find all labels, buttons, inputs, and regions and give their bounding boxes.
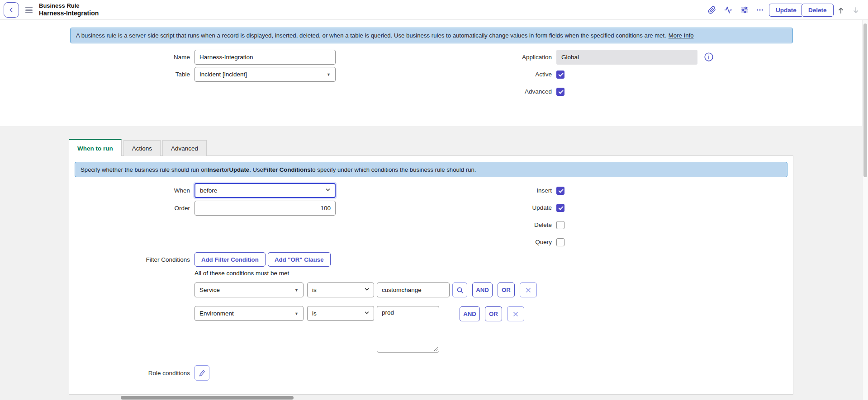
query-checkbox[interactable] [556,238,564,246]
condition-2-delete-button[interactable] [507,306,524,321]
vertical-scrollbar-thumb[interactable] [863,24,867,177]
order-input[interactable] [194,201,336,216]
delete-label: Delete [443,221,552,228]
paperclip-icon [708,6,716,14]
when-select-value: before [200,187,217,194]
table-select-value: Incident [incident] [199,71,247,78]
when-select[interactable]: before [194,183,336,198]
tab-actions[interactable]: Actions [123,140,161,156]
condition-2-or-button[interactable]: OR [485,306,502,321]
when-to-run-info-banner: Specify whether the business rule should… [75,162,787,177]
dropdown-triangle-icon: ▼ [294,311,299,316]
pencil-icon [199,370,205,376]
condition-1-operator-value: is [312,287,317,293]
condition-2-value-textarea[interactable]: prod [377,306,439,353]
sliders-icon [740,6,749,14]
advanced-checkbox[interactable] [556,88,564,96]
update-checkbox[interactable] [556,204,564,212]
name-input[interactable] [194,50,336,65]
back-button[interactable] [4,2,19,18]
tab-when-to-run[interactable]: When to run [69,139,122,156]
table-select[interactable]: Incident [incident] ▼ [194,67,336,82]
advanced-label: Advanced [443,88,552,95]
table-label: Table [81,71,190,78]
application-info-button[interactable] [702,51,715,63]
banner-text: to specify under which conditions the bu… [311,166,476,173]
activity-pulse-icon [724,6,732,14]
form-tabs: When to run Actions Advanced [69,139,207,156]
attachment-button[interactable] [706,4,718,16]
condition-2-operator-select[interactable]: is [307,306,374,321]
condition-1-lookup-button[interactable] [452,282,467,297]
search-icon [456,287,464,294]
close-icon [525,287,531,293]
condition-1-or-button[interactable]: OR [498,282,515,297]
condition-2-and-button[interactable]: AND [460,306,480,321]
condition-2-field-value: Environment [199,310,234,317]
previous-record-button[interactable] [835,5,847,16]
horizontal-scrollbar-thumb[interactable] [121,396,294,400]
update-button[interactable]: Update [769,4,803,17]
add-filter-condition-button[interactable]: Add Filter Condition [194,252,266,267]
page-title: Business Rule Harness-Integration [39,2,99,17]
conditions-intro-text: All of these conditions must be met [194,270,289,277]
activity-stream-button[interactable] [722,4,735,16]
arrow-down-icon [852,7,859,14]
record-type-title: Business Rule [39,2,99,9]
update-label: Update [443,204,552,211]
name-label: Name [81,54,190,61]
insert-checkbox[interactable] [556,187,564,195]
chevron-left-icon [8,7,14,13]
active-checkbox[interactable] [556,71,564,79]
delete-checkbox[interactable] [556,221,564,229]
banner-bold-insert: Insert [208,166,224,173]
application-label: Application [443,54,552,61]
close-icon [512,311,519,317]
more-options-button[interactable] [754,4,766,16]
query-label: Query [443,239,552,245]
delete-button[interactable]: Delete [802,4,834,17]
chevron-down-icon [364,310,370,317]
tab-advanced[interactable]: Advanced [162,140,207,156]
chevron-down-icon [364,286,370,294]
personalize-form-button[interactable] [738,4,751,16]
edit-role-conditions-button[interactable] [194,365,209,381]
vertical-scrollbar[interactable] [862,20,868,400]
condition-1-delete-button[interactable] [520,282,537,297]
context-menu-icon[interactable] [24,6,33,14]
arrow-up-icon [837,7,844,14]
add-or-clause-button[interactable]: Add "OR" Clause [268,252,331,267]
condition-1-value-input[interactable] [377,282,450,297]
banner-bold-filter-conditions: Filter Conditions [263,166,311,173]
condition-1-and-button[interactable]: AND [472,282,493,297]
dropdown-triangle-icon: ▼ [294,288,299,292]
filter-conditions-label: Filter Conditions [81,256,190,263]
chevron-down-icon [325,187,331,194]
banner-bold-update: Update [229,166,249,173]
banner-text: or [224,166,229,173]
order-label: Order [81,205,190,212]
condition-2-operator-value: is [312,310,317,317]
role-conditions-label: Role conditions [81,370,190,376]
condition-2-field-select[interactable]: Environment ▼ [194,306,304,321]
dropdown-triangle-icon: ▼ [327,72,331,77]
business-rule-form-page: Business Rule Harness-Integration Update… [0,0,868,400]
condition-1-field-select[interactable]: Service ▼ [194,282,304,297]
active-label: Active [443,71,552,78]
next-record-button[interactable] [849,5,862,16]
info-message-banner: A business rule is a server-side script … [70,28,793,43]
record-name-title: Harness-Integration [39,9,99,17]
info-circle-icon [704,52,714,62]
condition-1-operator-select[interactable]: is [307,282,374,297]
insert-label: Insert [443,187,552,194]
header-bar: Business Rule Harness-Integration Update… [0,0,868,20]
more-info-link[interactable]: More Info [669,32,694,39]
application-field: Global [556,50,697,65]
banner-text: Specify whether the business rule should… [81,166,208,173]
condition-1-field-value: Service [199,287,220,293]
banner-text: . Use [249,166,263,173]
ellipsis-icon [756,6,764,14]
when-label: When [81,187,190,194]
info-message-text: A business rule is a server-side script … [76,32,666,39]
